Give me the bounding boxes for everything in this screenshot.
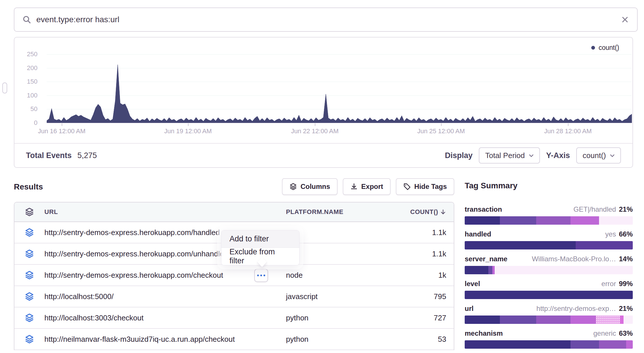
tag-bar-segment xyxy=(465,340,570,349)
tag-bar-segment xyxy=(465,316,500,324)
events-area-chart[interactable] xyxy=(47,50,632,123)
tag-top-value: GET|/handled xyxy=(573,205,616,213)
tag-name[interactable]: url xyxy=(465,305,474,313)
url-cell[interactable]: http://localhost:3003/checkout xyxy=(44,313,286,322)
tag-bar-segment xyxy=(465,291,633,299)
tag-bar-segment xyxy=(492,266,495,274)
export-button[interactable]: Export xyxy=(343,178,391,195)
cell-actions-button[interactable] xyxy=(254,269,268,282)
tag-bar-segment xyxy=(465,241,576,249)
tag-name[interactable]: mechanism xyxy=(465,329,503,337)
tag-bar-segment xyxy=(599,216,633,225)
button-label: Columns xyxy=(300,183,330,191)
tag-distribution-bar[interactable] xyxy=(465,340,633,349)
search-query[interactable]: event.type:error has:url xyxy=(36,15,621,24)
tag-bar-segment xyxy=(596,316,620,324)
stack-icon xyxy=(14,292,44,301)
yaxis-label: Y-Axis xyxy=(546,151,570,160)
tag-row-transaction: transactionGET|/handled21% xyxy=(465,205,633,225)
button-label: Hide Tags xyxy=(414,183,447,191)
tag-name[interactable]: handled xyxy=(465,230,491,238)
panel-drag-handle[interactable] xyxy=(2,82,7,93)
stack-icon xyxy=(14,271,44,280)
total-events-label: Total Events xyxy=(26,151,72,160)
tag-bar-segment xyxy=(495,266,633,274)
yaxis-value: count() xyxy=(583,151,606,160)
table-row[interactable]: http://sentry-demos-express.herokuapp.co… xyxy=(14,265,454,286)
url-cell[interactable]: http://sentry-demos-express.herokuapp.co… xyxy=(44,271,286,280)
y-tick-label: 200 xyxy=(19,64,37,72)
yaxis-select[interactable]: count() xyxy=(576,147,621,164)
tag-row-handled: handledyes66% xyxy=(465,230,633,249)
tag-top-value: Williams-MacBook-Pro.lo… xyxy=(532,255,616,263)
platform-cell: node xyxy=(286,271,390,280)
tag-bar-segment xyxy=(500,216,536,225)
tag-bar-segment xyxy=(465,266,488,274)
tag-bar-segment xyxy=(576,241,633,249)
tag-distribution-bar[interactable] xyxy=(465,266,633,274)
tag-bar-segment xyxy=(536,216,571,225)
tag-top-value: yes xyxy=(605,230,616,238)
tag-head: urlhttp://sentry-demos-exp…21% xyxy=(465,305,633,313)
tag-distribution-bar[interactable] xyxy=(465,316,633,324)
table-row[interactable]: http://localhost:5000/javascript795 xyxy=(14,286,454,307)
results-table: URL PLATFORM.NAME COUNT() http://sentry-… xyxy=(14,202,454,350)
chevron-down-icon xyxy=(529,154,534,157)
column-header-count[interactable]: COUNT() xyxy=(390,208,446,216)
tag-distribution-bar[interactable] xyxy=(465,291,633,299)
stack-icon xyxy=(289,183,297,190)
search-clear-button[interactable] xyxy=(621,16,629,24)
tag-bar-segment xyxy=(599,340,626,349)
column-header-url[interactable]: URL xyxy=(44,208,286,216)
count-series xyxy=(47,65,632,123)
display-select[interactable]: Total Period xyxy=(479,147,540,164)
count-cell-value: 1.1k xyxy=(390,249,446,258)
tag-bar-segment xyxy=(570,216,599,225)
table-row[interactable]: http://neilmanvar-flask-m3uuizd7iq-uc.a.… xyxy=(14,329,454,350)
stack-icon xyxy=(14,228,44,237)
tag-row-level: levelerror99% xyxy=(465,280,633,299)
tag-summary-title: Tag Summary xyxy=(465,181,633,190)
tag-summary-panel: Tag Summary transactionGET|/handled21%ha… xyxy=(465,181,633,190)
search-bar[interactable]: event.type:error has:url xyxy=(14,7,638,32)
tag-head: handledyes66% xyxy=(465,230,633,238)
x-tick-mark xyxy=(188,123,189,126)
tag-top-value: http://sentry-demos-exp… xyxy=(536,305,616,313)
platform-cell: python xyxy=(286,313,390,322)
tag-distribution-bar[interactable] xyxy=(465,241,633,249)
chart-footer: Total Events 5,275 Display Total Period … xyxy=(14,143,632,167)
y-tick-label: 250 xyxy=(19,50,37,58)
url-cell[interactable]: http://neilmanvar-flask-m3uuizd7iq-uc.a.… xyxy=(44,335,286,344)
hide-tags-button[interactable]: Hide Tags xyxy=(396,178,454,195)
tag-name[interactable]: level xyxy=(465,280,480,288)
tag-percentage: 21% xyxy=(619,205,633,213)
count-cell-value: 727 xyxy=(390,313,446,322)
tag-bar-segment xyxy=(570,340,599,349)
tag-head: transactionGET|/handled21% xyxy=(465,205,633,213)
tag-percentage: 21% xyxy=(619,305,633,313)
tag-distribution-bar[interactable] xyxy=(465,216,633,225)
count-cell-value: 795 xyxy=(390,292,446,301)
count-cell-value: 1k xyxy=(390,271,446,280)
tag-name[interactable]: transaction xyxy=(465,205,502,213)
tag-bar-segment xyxy=(465,216,500,225)
tag-head: levelerror99% xyxy=(465,280,633,288)
display-label: Display xyxy=(445,151,472,160)
events-chart-panel: count() 050100150200250 Jun 16 12:00 AMJ… xyxy=(14,37,633,168)
tag-bar-segment xyxy=(626,340,633,349)
tag-name[interactable]: server_name xyxy=(465,255,507,263)
column-header-platform[interactable]: PLATFORM.NAME xyxy=(286,208,390,216)
table-row[interactable]: http://localhost:3003/checkoutpython727 xyxy=(14,307,454,329)
ellipsis-icon xyxy=(257,275,259,276)
tag-percentage: 66% xyxy=(619,230,633,238)
x-tick-label: Jun 28 12:00 AM xyxy=(536,127,600,135)
columns-button[interactable]: Columns xyxy=(282,178,338,195)
tag-bar-segment xyxy=(488,266,493,274)
add-to-filter-menu-item[interactable]: Add to filter xyxy=(221,230,299,248)
url-cell[interactable]: http://localhost:5000/ xyxy=(44,292,286,301)
stack-icon xyxy=(14,313,44,322)
tag-icon xyxy=(403,183,411,190)
tag-top-value: error xyxy=(601,280,616,288)
close-icon xyxy=(621,16,629,24)
tag-row-mechanism: mechanismgeneric63% xyxy=(465,329,633,349)
